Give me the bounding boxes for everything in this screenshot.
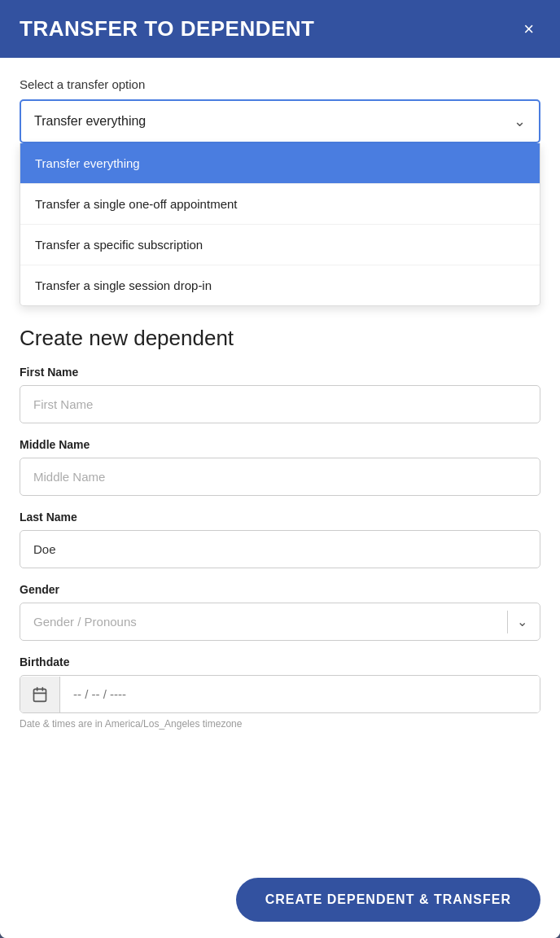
dropdown-item-single-session[interactable]: Transfer a single session drop-in [20,265,540,305]
create-dependent-title: Create new dependent [20,326,540,351]
gender-label: Gender [20,583,540,596]
dropdown-item-specific-subscription[interactable]: Transfer a specific subscription [20,225,540,265]
modal-title: TRANSFER TO DEPENDENT [20,16,315,42]
first-name-label: First Name [20,366,540,379]
modal-body: Select a transfer option Transfer everyt… [0,58,560,861]
transfer-dropdown-menu: Transfer everything Transfer a single on… [20,143,540,306]
create-dependent-section: Create new dependent First Name Middle N… [20,326,540,744]
first-name-input[interactable] [20,385,540,423]
gender-group: Gender Gender / Pronouns ⌄ [20,583,540,641]
birthdate-input[interactable] [60,676,540,712]
svg-rect-0 [34,689,46,701]
transfer-option-label: Select a transfer option [20,77,540,91]
last-name-label: Last Name [20,511,540,524]
select-divider [507,610,508,633]
selected-transfer-value: Transfer everything [34,114,146,129]
dropdown-item-transfer-everything[interactable]: Transfer everything [20,143,540,184]
modal-footer: CREATE DEPENDENT & TRANSFER [0,861,560,938]
middle-name-label: Middle Name [20,438,540,451]
transfer-select-display[interactable]: Transfer everything ⌄ [20,99,540,143]
close-button[interactable]: × [517,17,540,42]
gender-select-wrapper: Gender / Pronouns ⌄ [20,603,540,641]
gender-select[interactable]: Gender / Pronouns [20,603,540,641]
last-name-group: Last Name [20,511,540,568]
transfer-select-wrapper: Transfer everything ⌄ Transfer everythin… [20,99,540,306]
first-name-group: First Name [20,366,540,423]
birthdate-label: Birthdate [20,655,540,668]
dropdown-item-single-appointment[interactable]: Transfer a single one-off appointment [20,184,540,225]
create-dependent-transfer-button[interactable]: CREATE DEPENDENT & TRANSFER [236,878,540,922]
chevron-down-icon: ⌄ [514,112,526,130]
timezone-note: Date & times are in America/Los_Angeles … [20,718,540,730]
middle-name-group: Middle Name [20,438,540,496]
calendar-svg [32,686,48,703]
middle-name-input[interactable] [20,458,540,496]
calendar-icon[interactable] [20,677,60,712]
transfer-option-section: Select a transfer option Transfer everyt… [20,77,540,313]
modal-header: TRANSFER TO DEPENDENT × [0,0,560,58]
last-name-input[interactable] [20,530,540,568]
birthdate-input-wrapper [20,675,540,713]
birthdate-group: Birthdate Date & times are in A [20,655,540,730]
